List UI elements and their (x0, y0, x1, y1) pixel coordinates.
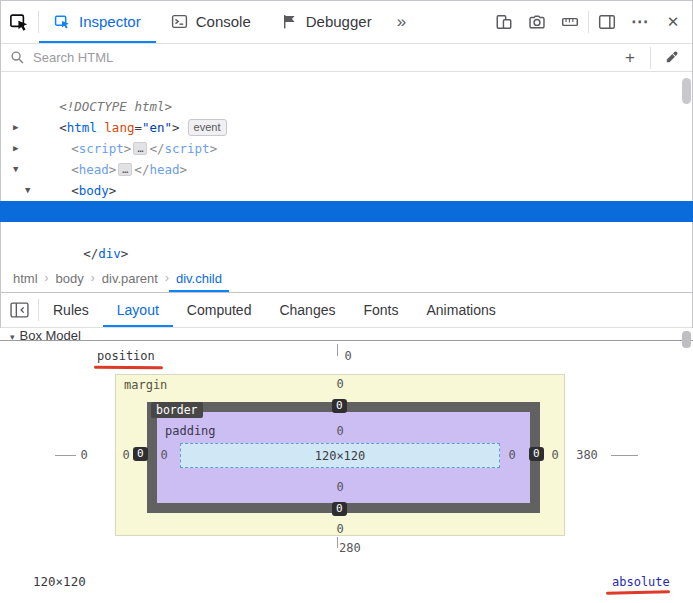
close-devtools-button[interactable]: ✕ (658, 7, 688, 37)
collapse-arrow-icon[interactable]: ▼ (13, 159, 18, 180)
markup-node-body[interactable]: ▼<body> (0, 159, 693, 180)
padding-label: padding (165, 424, 216, 438)
markup-node-body-close[interactable]: </body> (0, 243, 693, 264)
border-left-value[interactable]: 0 (133, 447, 148, 461)
debugger-icon (281, 13, 298, 30)
element-size-text: 120×120 (33, 574, 86, 589)
markup-search-bar: + (0, 44, 693, 72)
console-icon (171, 13, 188, 30)
responsive-design-icon (495, 13, 513, 31)
breadcrumb-item-body[interactable]: body (49, 264, 91, 292)
close-icon: ✕ (667, 13, 680, 31)
margin-top-value[interactable]: 0 (331, 377, 349, 391)
toolbar-right-icons: ⋯ ✕ (489, 7, 693, 37)
tab-computed[interactable]: Computed (173, 293, 266, 327)
left-guide-line (55, 455, 76, 456)
margin-right-value[interactable]: 0 (546, 448, 564, 462)
pick-element-icon (9, 12, 29, 32)
ruler-icon (561, 13, 579, 31)
search-input[interactable] (33, 50, 610, 65)
position-right-value[interactable]: 380 (572, 448, 602, 462)
content-box: 120×120 (180, 443, 500, 468)
margin-bottom-value[interactable]: 0 (331, 522, 349, 536)
padding-left-value[interactable]: 0 (155, 448, 173, 462)
screenshot-button[interactable] (522, 7, 552, 37)
more-tabs-button[interactable]: » (387, 12, 415, 32)
dock-options-button[interactable] (592, 7, 622, 37)
markup-node-script[interactable]: ▶<script>…</script> (0, 117, 693, 138)
eyedropper-icon (664, 50, 679, 65)
border-bottom-value[interactable]: 0 (332, 502, 347, 516)
tab-rules[interactable]: Rules (39, 293, 103, 327)
tab-inspector[interactable]: Inspector (39, 0, 156, 43)
inspector-icon (54, 13, 71, 30)
right-guide-line (611, 455, 638, 456)
position-bottom-value[interactable]: 280 (339, 541, 369, 555)
padding-right-value[interactable]: 0 (503, 448, 521, 462)
breadcrumb-item-div-child[interactable]: div.child (169, 264, 229, 292)
devtools-toolbar: Inspector Console Debugger » ⋯ (0, 0, 693, 44)
margin-label: margin (124, 378, 167, 392)
markup-node-div-child-selected[interactable]: <div class="child"></div> (0, 201, 693, 222)
bottom-guide-line (337, 537, 338, 548)
collapse-pane-button[interactable] (0, 293, 38, 327)
breadcrumb-item-html[interactable]: html (6, 264, 45, 292)
camera-icon (528, 13, 546, 31)
box-model-title: Box Model (20, 328, 81, 340)
position-label: position (97, 349, 155, 363)
top-guide-line (337, 344, 338, 356)
padding-top-value[interactable]: 0 (331, 424, 349, 438)
markup-node-head[interactable]: ▶<head>…</head> (0, 138, 693, 159)
tab-console[interactable]: Console (156, 0, 266, 43)
tab-animations[interactable]: Animations (413, 293, 510, 327)
markup-node-div-parent[interactable]: ▼<div class="parent"> (0, 180, 693, 201)
settings-menu-button[interactable]: ⋯ (625, 7, 655, 37)
markup-node-html[interactable]: <html lang="en">event (0, 96, 693, 117)
collapse-arrow-icon[interactable]: ▼ (25, 180, 30, 201)
dock-to-side-icon (598, 13, 616, 31)
content-size-value: 120×120 (315, 449, 366, 463)
layout-footer: 120×120 absolute (0, 565, 693, 603)
tab-fonts[interactable]: Fonts (349, 293, 412, 327)
tab-inspector-label: Inspector (79, 13, 141, 30)
position-left-value[interactable]: 0 (75, 448, 93, 462)
border-label: border (151, 402, 203, 418)
red-underline-annotation (606, 590, 670, 594)
tab-layout[interactable]: Layout (103, 293, 173, 327)
border-top-value[interactable]: 0 (332, 399, 347, 413)
search-icon (10, 50, 25, 65)
meatball-menu-icon: ⋯ (631, 11, 649, 32)
breadcrumb-item-div-parent[interactable]: div.parent (95, 264, 165, 292)
expand-arrow-icon[interactable]: ▶ (13, 138, 18, 159)
tab-debugger-label: Debugger (306, 13, 372, 30)
markup-scrollbar-thumb[interactable] (682, 78, 691, 104)
position-top-value[interactable]: 0 (339, 349, 357, 363)
section-collapse-icon: ▾ (10, 332, 15, 340)
toolbar-separator (588, 11, 589, 33)
tab-changes[interactable]: Changes (265, 293, 349, 327)
box-model-section-header[interactable]: ▾Box Model (0, 328, 693, 340)
collapse-pane-icon (10, 302, 29, 318)
padding-bottom-value[interactable]: 0 (331, 480, 349, 494)
markup-view: <!DOCTYPE html> <html lang="en">event ▶<… (0, 72, 693, 264)
rulers-button[interactable] (555, 7, 585, 37)
expand-arrow-icon[interactable]: ▶ (13, 117, 18, 138)
sidebar-tabs: Rules Layout Computed Changes Fonts Anim… (0, 292, 693, 328)
responsive-design-mode-button[interactable] (489, 7, 519, 37)
tab-console-label: Console (196, 13, 251, 30)
breadcrumb: html › body › div.parent › div.child (0, 264, 693, 292)
layout-panel: ▾Box Model 120×120 position margin borde… (0, 328, 693, 603)
add-node-button[interactable]: + (618, 46, 642, 70)
devtools-window: Inspector Console Debugger » ⋯ (0, 0, 693, 603)
tab-debugger[interactable]: Debugger (266, 0, 387, 43)
pick-element-button[interactable] (0, 0, 38, 43)
search-separator (650, 47, 651, 69)
border-right-value[interactable]: 0 (529, 447, 544, 461)
red-underline-annotation (94, 366, 163, 370)
position-type-text: absolute (612, 575, 670, 589)
markup-node-div-close[interactable]: </div> (0, 222, 693, 243)
box-model-diagram: 120×120 position margin border padding 0… (0, 341, 693, 565)
markup-node-doctype[interactable]: <!DOCTYPE html> (0, 75, 693, 96)
eyedropper-button[interactable] (659, 46, 683, 70)
